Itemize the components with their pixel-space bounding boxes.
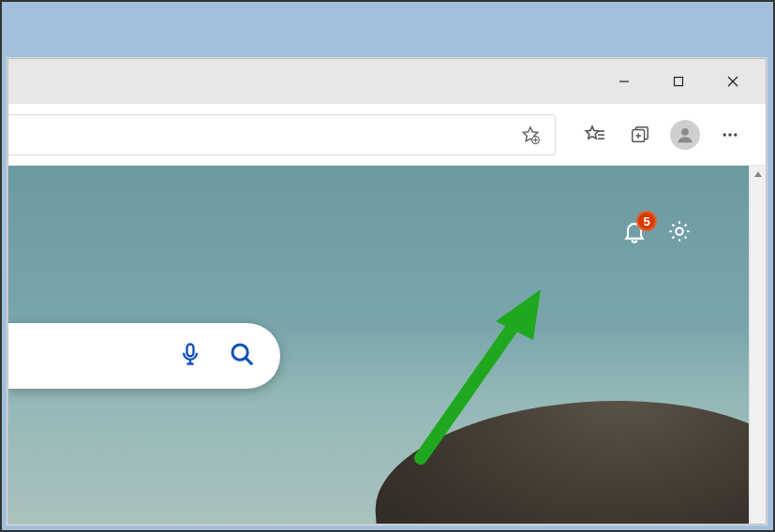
svg-point-13 [681,127,689,135]
search-box[interactable] [8,323,280,389]
scroll-up-icon[interactable] [750,166,766,183]
browser-toolbar [8,104,766,166]
svg-marker-23 [754,171,762,177]
window-titlebar [8,59,766,104]
svg-rect-1 [675,78,683,86]
minimize-button[interactable] [597,61,651,102]
svg-point-17 [676,228,682,234]
background-image [369,387,749,524]
svg-line-20 [246,358,252,364]
svg-rect-18 [187,345,194,357]
svg-point-19 [232,345,247,360]
svg-point-16 [734,133,737,136]
page-settings-button[interactable] [666,218,693,244]
svg-point-14 [723,133,726,136]
new-tab-page: 5 [8,166,749,524]
content-area: 5 [8,166,766,524]
notifications-button[interactable]: 5 [621,218,648,244]
svg-marker-22 [496,289,541,340]
close-button[interactable] [706,61,760,102]
search-icon[interactable] [228,340,256,372]
notifications-badge: 5 [636,211,657,231]
vertical-scrollbar[interactable] [749,166,766,524]
favorites-icon[interactable] [576,116,614,154]
more-icon[interactable] [711,116,749,154]
maximize-button[interactable] [651,61,706,102]
favorite-add-icon[interactable] [517,116,544,154]
voice-search-icon[interactable] [177,341,203,371]
profile-avatar[interactable] [670,120,700,150]
collections-icon[interactable] [621,116,659,154]
browser-window: 5 [7,58,767,525]
svg-point-15 [728,133,731,136]
address-bar[interactable] [8,114,556,155]
